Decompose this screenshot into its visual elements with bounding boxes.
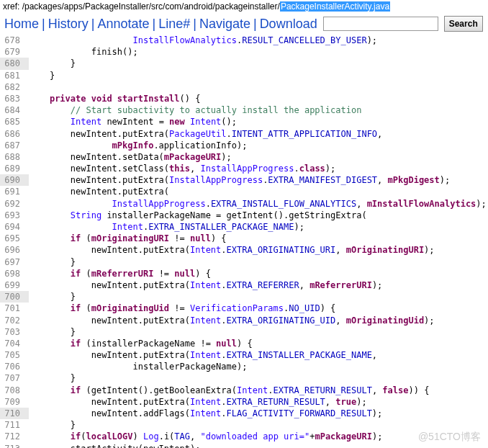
source-text[interactable]: InstallAppProgress.EXTRA_INSTALL_FLOW_AN…: [29, 198, 487, 210]
nav-history[interactable]: History: [48, 17, 89, 32]
source-text[interactable]: newIntent.putExtra(: [29, 186, 487, 197]
source-text[interactable]: // Start subactivity to actually install…: [29, 104, 487, 116]
line-number[interactable]: 709: [0, 396, 29, 408]
line-number[interactable]: 678: [0, 35, 29, 46]
nav-navigate[interactable]: Navigate: [199, 17, 250, 32]
source-text[interactable]: newIntent.putExtra(Intent.EXTRA_ORIGINAT…: [29, 315, 487, 326]
source-text[interactable]: [29, 81, 487, 93]
line-number[interactable]: 689: [0, 163, 29, 174]
source-text[interactable]: }: [29, 291, 487, 303]
source-text[interactable]: Intent.EXTRA_INSTALLER_PACKAGE_NAME);: [29, 221, 487, 233]
line-number[interactable]: 701: [0, 303, 29, 314]
source-text[interactable]: newIntent.putExtra(Intent.EXTRA_RETURN_R…: [29, 396, 487, 408]
line-number[interactable]: 712: [0, 431, 29, 442]
code-line: 710 newIntent.addFlags(Intent.FLAG_ACTIV…: [0, 408, 487, 419]
line-number[interactable]: 684: [0, 104, 29, 116]
line-number[interactable]: 700: [0, 291, 29, 303]
source-text[interactable]: }: [29, 419, 487, 431]
line-number[interactable]: 693: [0, 210, 29, 221]
code-line: 688 newIntent.setData(mPackageURI);: [0, 151, 487, 163]
source-text[interactable]: finish();: [29, 46, 487, 58]
source-text[interactable]: String installerPackageName = getIntent(…: [29, 210, 487, 221]
line-number[interactable]: 706: [0, 361, 29, 372]
line-number[interactable]: 707: [0, 372, 29, 384]
source-text[interactable]: newIntent.setData(mPackageURI);: [29, 151, 487, 163]
code-line: 693 String installerPackageName = getInt…: [0, 210, 487, 221]
code-line: 704 if (installerPackageName != null) {: [0, 338, 487, 349]
source-text[interactable]: newIntent.setClass(this, InstallAppProgr…: [29, 163, 487, 174]
line-number[interactable]: 686: [0, 128, 29, 140]
source-text[interactable]: if (mReferrerURI != null) {: [29, 268, 487, 279]
xref-path[interactable]: /packages/apps/PackageInstaller/src/com/…: [22, 1, 280, 12]
line-number[interactable]: 710: [0, 408, 29, 419]
code-line: 680 }: [0, 58, 487, 69]
code-line: 702 newIntent.putExtra(Intent.EXTRA_ORIG…: [0, 315, 487, 326]
line-number[interactable]: 679: [0, 46, 29, 58]
code-line: 713 startActivity(newIntent);: [0, 443, 487, 448]
source-text[interactable]: if (mOriginatingUid != VerificationParam…: [29, 303, 487, 314]
line-number[interactable]: 703: [0, 326, 29, 338]
line-number[interactable]: 692: [0, 198, 29, 210]
line-number[interactable]: 704: [0, 338, 29, 349]
line-number[interactable]: 696: [0, 244, 29, 256]
code-line: 700 }: [0, 291, 487, 303]
line-number[interactable]: 713: [0, 443, 29, 448]
source-text[interactable]: newIntent.putExtra(Intent.EXTRA_ORIGINAT…: [29, 244, 487, 256]
source-text[interactable]: }: [29, 256, 487, 268]
line-number[interactable]: 685: [0, 116, 29, 127]
code-line: 678 InstallFlowAnalytics.RESULT_CANCELLE…: [0, 35, 487, 46]
nav-line[interactable]: Line#: [158, 17, 190, 32]
line-number[interactable]: 687: [0, 140, 29, 151]
line-number[interactable]: 699: [0, 279, 29, 291]
line-number[interactable]: 681: [0, 70, 29, 81]
source-text[interactable]: installerPackageName);: [29, 361, 487, 372]
source-text[interactable]: InstallFlowAnalytics.RESULT_CANCELLED_BY…: [29, 35, 487, 46]
source-text[interactable]: }: [29, 70, 487, 81]
line-number[interactable]: 711: [0, 419, 29, 431]
code-line: 701 if (mOriginatingUid != VerificationP…: [0, 303, 487, 314]
search-input[interactable]: [323, 17, 438, 31]
line-number[interactable]: 690: [0, 174, 29, 186]
code-area: 678 InstallFlowAnalytics.RESULT_CANCELLE…: [0, 35, 487, 448]
nav-sep: |: [152, 17, 155, 32]
source-text[interactable]: if (mOriginatingURI != null) {: [29, 233, 487, 244]
line-number[interactable]: 691: [0, 186, 29, 197]
line-number[interactable]: 680: [0, 58, 29, 69]
source-text[interactable]: newIntent.putExtra(InstallAppProgress.EX…: [29, 174, 487, 186]
line-number[interactable]: 708: [0, 385, 29, 396]
code-line: 707 }: [0, 372, 487, 384]
line-number[interactable]: 702: [0, 315, 29, 326]
source-text[interactable]: newIntent.putExtra(PackageUtil.INTENT_AT…: [29, 128, 487, 140]
nav-annotate[interactable]: Annotate: [97, 17, 149, 32]
line-number[interactable]: 697: [0, 256, 29, 268]
line-number[interactable]: 683: [0, 93, 29, 104]
code-line: 711 }: [0, 419, 487, 431]
source-text[interactable]: if (getIntent().getBooleanExtra(Intent.E…: [29, 385, 487, 396]
nav-sep: |: [193, 17, 196, 32]
line-number[interactable]: 694: [0, 221, 29, 233]
source-text[interactable]: }: [29, 372, 487, 384]
source-text[interactable]: if (installerPackageName != null) {: [29, 338, 487, 349]
line-number[interactable]: 688: [0, 151, 29, 163]
search-button[interactable]: Search: [444, 16, 483, 32]
source-text[interactable]: }: [29, 58, 487, 69]
line-number[interactable]: 705: [0, 349, 29, 361]
source-text[interactable]: }: [29, 326, 487, 338]
nav-home[interactable]: Home: [4, 17, 39, 32]
source-text[interactable]: Intent newIntent = new Intent();: [29, 116, 487, 127]
line-number[interactable]: 695: [0, 233, 29, 244]
source-text[interactable]: newIntent.addFlags(Intent.FLAG_ACTIVITY_…: [29, 408, 487, 419]
source-text[interactable]: private void startInstall() {: [29, 93, 487, 104]
source-text[interactable]: newIntent.putExtra(Intent.EXTRA_REFERRER…: [29, 279, 487, 291]
nav-download[interactable]: Download: [260, 17, 317, 32]
nav-bar: Home | History | Annotate | Line# | Navi…: [0, 13, 488, 35]
line-number[interactable]: 682: [0, 81, 29, 93]
xref-file[interactable]: PackageInstallerActivity.java: [280, 1, 390, 12]
code-line: 691 newIntent.putExtra(: [0, 186, 487, 197]
watermark: @51CTO博客: [418, 431, 481, 444]
line-number[interactable]: 698: [0, 268, 29, 279]
code-line: 703 }: [0, 326, 487, 338]
source-text[interactable]: newIntent.putExtra(Intent.EXTRA_INSTALLE…: [29, 349, 487, 361]
source-text[interactable]: mPkgInfo.applicationInfo);: [29, 140, 487, 151]
code-line: 692 InstallAppProgress.EXTRA_INSTALL_FLO…: [0, 198, 487, 210]
